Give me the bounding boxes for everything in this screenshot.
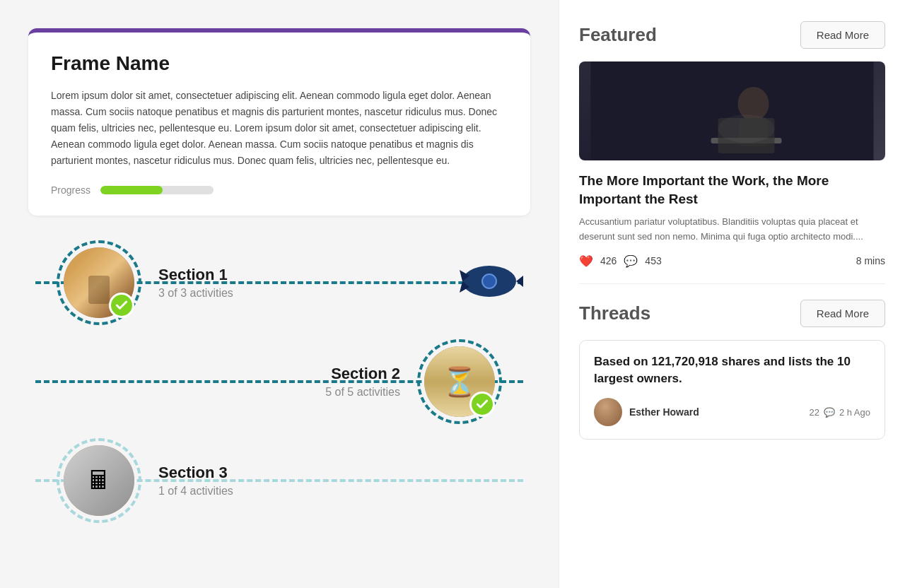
thread-time-ago: 2 h Ago xyxy=(839,407,870,418)
progress-label: Progress xyxy=(51,184,90,196)
section-1-name: Section 1 xyxy=(158,266,233,284)
sections-area: Section 1 3 of 3 activities xyxy=(28,237,530,527)
comments-count: 453 xyxy=(645,255,661,266)
thread-author-row: Esther Howard 22 💬 2 h Ago xyxy=(594,398,870,426)
section-3-photo: 🖩 xyxy=(64,445,134,516)
threads-header: Threads Read More xyxy=(579,300,885,327)
svg-point-1 xyxy=(482,274,496,288)
thread-comment-icon: 💬 xyxy=(824,407,835,418)
featured-article-title: The More Important the Work, the More Im… xyxy=(579,172,885,208)
featured-heading: Featured xyxy=(579,24,657,46)
author-avatar-inner xyxy=(594,398,622,426)
section-2-activities: 5 of 5 activities xyxy=(325,386,400,399)
author-avatar xyxy=(594,398,622,426)
frame-body: Lorem ipsum dolor sit amet, consectetuer… xyxy=(51,88,508,169)
featured-read-more-button[interactable]: Read More xyxy=(800,21,885,49)
section-3-activities: 1 of 4 activities xyxy=(158,485,233,498)
threads-read-more-button[interactable]: Read More xyxy=(800,300,885,327)
section-1-check xyxy=(109,293,134,318)
section-3-name: Section 3 xyxy=(158,464,233,482)
section-2-block: Section 2 5 of 5 activities ⏳ xyxy=(35,336,523,428)
section-2-avatar-circle: ⏳ xyxy=(417,339,502,424)
section-1-info: Section 1 3 of 3 activities xyxy=(141,266,250,300)
featured-header: Featured Read More xyxy=(579,21,885,49)
featured-meta-row: ❤️ 426 💬 453 8 mins xyxy=(579,254,885,268)
threads-heading: Threads xyxy=(579,302,650,324)
section-1-block: Section 1 3 of 3 activities xyxy=(35,237,523,329)
frame-title: Frame Name xyxy=(51,52,508,75)
svg-point-10 xyxy=(718,114,775,143)
section-1-layout: Section 1 3 of 3 activities xyxy=(35,240,523,325)
section-2-name: Section 2 xyxy=(325,365,400,383)
section-divider xyxy=(579,283,885,284)
comment-icon: 💬 xyxy=(624,254,638,268)
thread-comment-count: 22 xyxy=(809,407,819,418)
section-3-layout: 🖩 Section 3 1 of 4 activities xyxy=(35,438,523,523)
thread-meta: 22 💬 2 h Ago xyxy=(809,407,870,418)
progress-bar-background xyxy=(100,186,214,194)
section-3-avatar-inner: 🖩 xyxy=(64,445,134,516)
left-panel: Frame Name Lorem ipsum dolor sit amet, c… xyxy=(0,0,559,588)
featured-article-desc: Accusantium pariatur voluptatibus. Bland… xyxy=(579,215,885,245)
section-1-avatar-circle xyxy=(57,240,141,325)
progress-row: Progress xyxy=(51,184,508,196)
section-3-avatar-circle: 🖩 xyxy=(57,438,141,523)
section-2-check xyxy=(469,392,495,417)
rocket-svg xyxy=(460,261,523,301)
author-name: Esther Howard xyxy=(629,406,802,418)
right-panel: Featured Read More The More Important th… xyxy=(559,0,905,588)
thread-card: Based on 121,720,918 shares and lists th… xyxy=(579,340,885,440)
featured-image xyxy=(579,61,885,160)
section-3-info: Section 3 1 of 4 activities xyxy=(141,464,250,498)
thread-title: Based on 121,720,918 shares and lists th… xyxy=(594,353,870,387)
heart-icon: ❤️ xyxy=(579,254,593,268)
frame-card: Frame Name Lorem ipsum dolor sit amet, c… xyxy=(28,28,530,216)
svg-marker-4 xyxy=(516,276,523,287)
read-time: 8 mins xyxy=(856,255,885,266)
progress-bar-fill xyxy=(100,186,163,194)
rocket-icon xyxy=(460,261,523,304)
section-2-info: Section 2 5 of 5 activities xyxy=(308,365,417,399)
section-2-layout: Section 2 5 of 5 activities ⏳ xyxy=(35,339,523,424)
section-1-activities: 3 of 3 activities xyxy=(158,287,233,300)
section-3-block: 🖩 Section 3 1 of 4 activities xyxy=(35,435,523,527)
featured-image-svg xyxy=(579,61,885,160)
likes-count: 426 xyxy=(600,255,617,266)
